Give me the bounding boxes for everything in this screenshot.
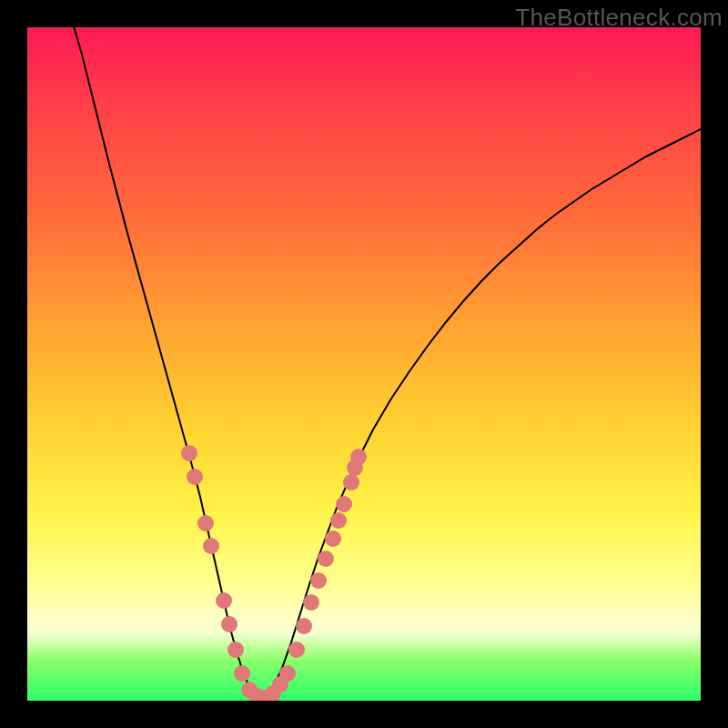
marker-dot <box>203 538 219 554</box>
marker-dot <box>181 445 197 461</box>
marker-dot <box>228 642 244 658</box>
curve-line <box>73 27 701 699</box>
marker-dot <box>330 512 347 529</box>
marker-dot <box>234 665 250 682</box>
marker-dot <box>310 572 327 589</box>
marker-dot <box>187 469 203 485</box>
marker-dot <box>279 665 296 682</box>
marker-dot <box>288 642 305 658</box>
marker-dot <box>318 551 334 567</box>
chart-frame: TheBottleneck.com <box>0 0 728 728</box>
marker-dot <box>296 618 312 634</box>
marker-dot <box>216 592 232 609</box>
marker-dot <box>350 449 367 465</box>
plot-area <box>27 27 701 701</box>
marker-dot <box>221 616 238 632</box>
curve-svg <box>27 27 701 701</box>
marker-dot <box>325 531 341 547</box>
curve-markers <box>181 445 367 701</box>
marker-dot <box>303 594 319 611</box>
bottleneck-curve <box>73 27 701 699</box>
marker-dot <box>336 496 352 512</box>
marker-dot <box>197 515 214 531</box>
marker-dot <box>343 474 359 490</box>
